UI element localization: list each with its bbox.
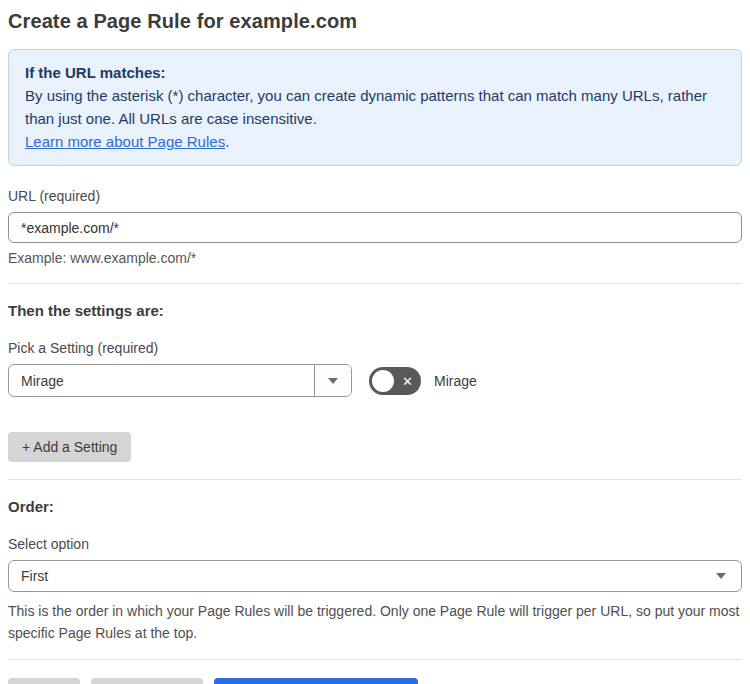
order-help-text: This is the order in which your Page Rul… xyxy=(8,600,742,644)
cancel-button[interactable]: Cancel xyxy=(8,678,80,684)
setting-row: Mirage ✕ Mirage xyxy=(8,364,742,397)
setting-select[interactable]: Mirage xyxy=(8,364,352,397)
learn-more-link[interactable]: Learn more about Page Rules xyxy=(25,133,225,150)
divider xyxy=(8,659,742,660)
form-actions: Cancel Save as Draft Save and Deploy Pag… xyxy=(8,678,742,684)
save-draft-button[interactable]: Save as Draft xyxy=(91,678,204,684)
url-field-label: URL (required) xyxy=(8,188,742,204)
settings-section-heading: Then the settings are: xyxy=(8,302,742,319)
divider xyxy=(8,283,742,284)
page-title: Create a Page Rule for example.com xyxy=(8,10,742,33)
info-box-body: By using the asterisk (*) character, you… xyxy=(25,84,725,130)
url-example-hint: Example: www.example.com/* xyxy=(8,250,742,266)
url-match-info-box: If the URL matches: By using the asteris… xyxy=(8,49,742,166)
add-setting-button[interactable]: + Add a Setting xyxy=(8,432,131,462)
divider xyxy=(8,479,742,480)
setting-picker-label: Pick a Setting (required) xyxy=(8,340,742,356)
info-box-link-line: Learn more about Page Rules. xyxy=(25,130,725,153)
link-suffix: . xyxy=(225,133,229,150)
order-select-value: First xyxy=(21,568,48,584)
order-select[interactable]: First xyxy=(8,560,742,592)
chevron-down-icon xyxy=(716,573,726,579)
order-select-label: Select option xyxy=(8,536,742,552)
mirage-toggle[interactable]: ✕ xyxy=(369,367,421,395)
save-deploy-button[interactable]: Save and Deploy Page Rule xyxy=(214,678,418,684)
toggle-knob xyxy=(372,370,394,392)
url-input[interactable] xyxy=(8,212,742,243)
info-box-heading: If the URL matches: xyxy=(25,61,725,84)
chevron-down-icon xyxy=(328,378,338,384)
toggle-label: Mirage xyxy=(434,373,477,389)
order-section-heading: Order: xyxy=(8,498,742,515)
setting-select-arrow-button[interactable] xyxy=(314,365,351,396)
setting-select-value: Mirage xyxy=(9,365,314,396)
toggle-off-x-icon: ✕ xyxy=(402,374,413,387)
